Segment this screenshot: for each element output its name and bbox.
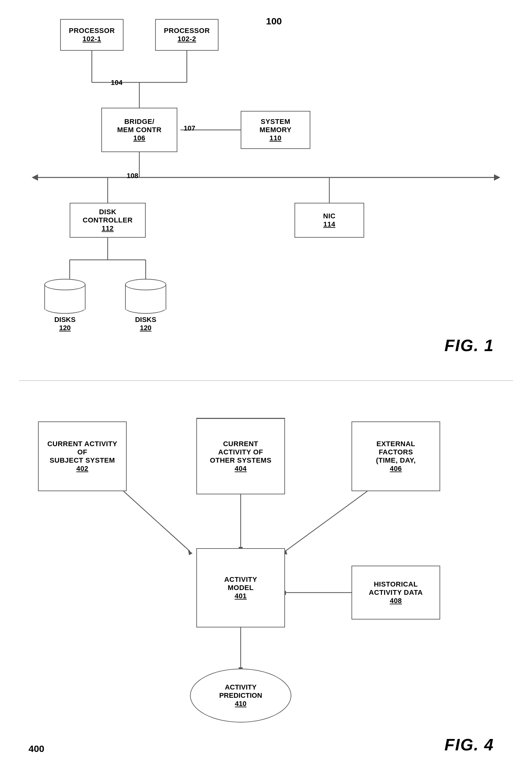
fig4-diagram: CURRENT ACTIVITY OF SUBJECT SYSTEM 402 C…	[19, 390, 513, 767]
svg-line-19	[285, 491, 367, 551]
svg-line-15	[124, 491, 190, 551]
disk-controller-box: DISK CONTROLLER 112	[70, 203, 146, 238]
fig4-system-ref: 400	[28, 744, 44, 754]
connection-104-label: 104	[111, 79, 123, 87]
svg-marker-8	[494, 174, 500, 181]
connection-107-label: 107	[184, 124, 195, 132]
disks2-cylinder: DISKS 120	[125, 279, 166, 332]
system-memory-box: SYSTEM MEMORY 110	[241, 111, 310, 149]
fig1-diagram: 104 107 108 100 PROCESSOR 102-1 PROCESSO…	[19, 9, 513, 374]
fig1-label: FIG. 1	[444, 336, 494, 355]
bus-108-label: 108	[127, 172, 138, 180]
processor1-box: PROCESSOR 102-1	[60, 19, 124, 51]
page: 104 107 108 100 PROCESSOR 102-1 PROCESSO…	[0, 0, 532, 777]
historical-data-box: HISTORICAL ACTIVITY DATA 408	[352, 566, 440, 620]
processor2-box: PROCESSOR 102-2	[155, 19, 219, 51]
system-ref-label: 100	[266, 16, 282, 27]
current-activity-subject-box: CURRENT ACTIVITY OF SUBJECT SYSTEM 402	[38, 422, 127, 491]
fig4-label: FIG. 4	[444, 735, 494, 754]
bridge-box: BRIDGE/ MEM CONTR 106	[101, 108, 177, 152]
section-divider	[19, 380, 513, 381]
svg-marker-16	[188, 550, 192, 555]
disks1-cylinder: DISKS 120	[44, 279, 86, 332]
current-activity-other-box: CURRENT ACTIVITY OF OTHER SYSTEMS 404	[196, 418, 285, 494]
activity-prediction-oval: ACTIVITY PREDICTION 410	[190, 669, 291, 723]
nic-box: NIC 114	[294, 203, 364, 238]
external-factors-box: EXTERNAL FACTORS (TIME, DAY, 406	[352, 422, 440, 491]
activity-model-box: ACTIVITY MODEL 401	[196, 548, 285, 628]
svg-marker-7	[32, 174, 38, 181]
